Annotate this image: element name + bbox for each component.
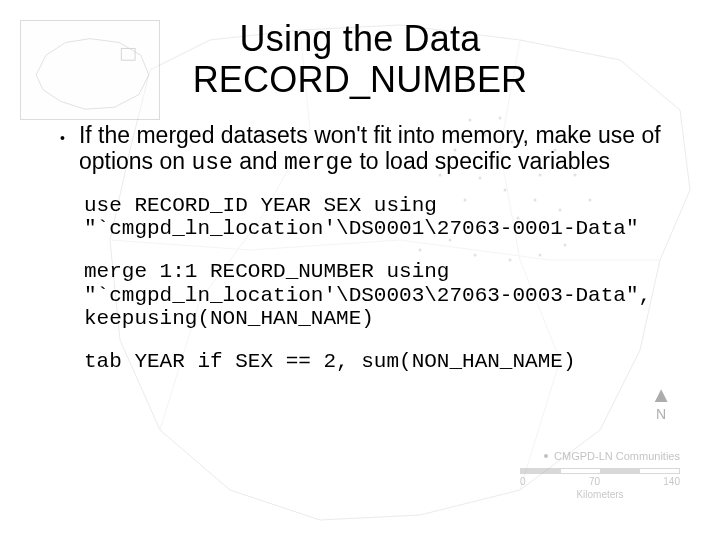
compass-icon: ▲ N (650, 384, 672, 422)
north-arrow-icon: ▲ (650, 384, 672, 406)
slide-title: Using the Data RECORD_NUMBER (50, 18, 670, 101)
scale-tick-1: 70 (589, 476, 600, 487)
scale-unit: Kilometers (520, 489, 680, 500)
scale-tick-0: 0 (520, 476, 526, 487)
slide-content: Using the Data RECORD_NUMBER • If the me… (0, 0, 720, 373)
bullet-mid: and (233, 148, 284, 174)
code-block-merge: merge 1:1 RECORD_NUMBER using "`cmgpd_ln… (84, 260, 670, 329)
scale-bar: 0 70 140 Kilometers (520, 468, 680, 500)
inline-code-use: use (191, 150, 232, 176)
bullet-marker-icon: • (60, 131, 65, 147)
compass-label: N (650, 406, 672, 422)
legend-dot-icon (544, 454, 548, 458)
bullet-item: • If the merged datasets won't fit into … (50, 123, 670, 177)
inline-code-merge: merge (284, 150, 353, 176)
map-legend: CMGPD-LN Communities (544, 450, 680, 462)
code-block-use: use RECORD_ID YEAR SEX using "`cmgpd_ln_… (84, 194, 670, 240)
scale-tick-2: 140 (663, 476, 680, 487)
title-line-1: Using the Data (240, 18, 481, 59)
bullet-post: to load specific variables (353, 148, 610, 174)
code-block-tab: tab YEAR if SEX == 2, sum(NON_HAN_NAME) (84, 350, 670, 373)
title-line-2: RECORD_NUMBER (193, 59, 528, 100)
bullet-text: If the merged datasets won't fit into me… (79, 123, 670, 177)
legend-label: CMGPD-LN Communities (554, 450, 680, 462)
